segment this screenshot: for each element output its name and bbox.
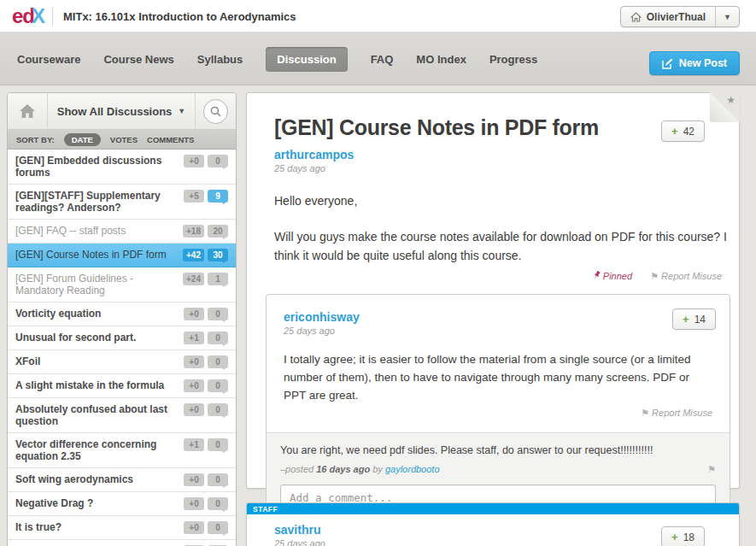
reply-inner: ericonhisway 25 days ago + 14 I totally … <box>267 295 730 432</box>
thread-badges: +18 20 <box>183 225 228 238</box>
user-menu-button[interactable]: OlivierThual ▼ <box>620 6 740 27</box>
vote-count-badge: +0 <box>184 155 204 167</box>
nav-tab-label: MO Index <box>416 53 466 66</box>
reply-author-link[interactable]: ericonhisway <box>284 310 712 324</box>
reply-vote-button[interactable]: + 14 <box>672 308 716 330</box>
reply-actions: ⚑ Report Misuse <box>284 408 712 419</box>
reply-card: ericonhisway 25 days ago + 14 I totally … <box>266 294 730 528</box>
vote-count-badge: +42 <box>183 249 204 261</box>
comment-count-badge: 0 <box>208 438 228 451</box>
thread-list-item[interactable]: Vorticity equation +0 0 <box>8 302 236 326</box>
nav-tab[interactable]: MO Index <box>416 53 466 66</box>
post-vote-button[interactable]: + 42 <box>661 120 705 142</box>
top-header: edX MITx: 16.101x Introduction to Aerody… <box>0 0 756 32</box>
sort-option-comments[interactable]: COMMENTS <box>147 135 194 144</box>
staff-vote-button[interactable]: + 18 <box>661 526 705 546</box>
comment-count-badge: 0 <box>208 403 228 416</box>
plus-icon: + <box>671 125 678 138</box>
comment-count-badge: 9 <box>208 190 228 203</box>
report-misuse-button[interactable]: ⚑ Report Misuse <box>641 408 712 418</box>
staff-author-link[interactable]: savithru <box>274 523 705 537</box>
thread-list-item[interactable]: I have a query [STAFF] +0 0 <box>8 540 236 546</box>
new-post-button[interactable]: New Post <box>649 51 740 75</box>
new-post-label: New Post <box>679 57 727 69</box>
plus-icon: + <box>683 313 689 326</box>
course-title: MITx: 16.101x Introduction to Aerodynami… <box>63 10 296 23</box>
vote-count-badge: +0 <box>184 403 204 416</box>
staff-post-header: savithru 25 days ago + 18 <box>247 514 739 546</box>
search-button[interactable] <box>195 93 236 129</box>
thread-list-item[interactable]: [GEN] Forum Guidelines - Mandatory Readi… <box>8 267 236 302</box>
sort-option-date[interactable]: DATE <box>64 133 101 146</box>
thread-list: [GEN] Embedded discussions forums +0 0 [… <box>8 150 236 546</box>
edx-logo[interactable]: edX <box>12 4 44 28</box>
pin-icon <box>592 271 601 281</box>
comment-by-word: by <box>370 464 385 474</box>
thread-list-item[interactable]: [GEN][STAFF] Supplementary readings? And… <box>8 185 236 220</box>
nav-tab[interactable]: FAQ <box>371 53 394 66</box>
thread-title: Vorticity equation <box>15 308 179 320</box>
sort-option-votes[interactable]: VOTES <box>110 135 138 144</box>
comment-count-badge: 30 <box>208 249 228 261</box>
thread-list-item[interactable]: XFoil +0 0 <box>8 350 236 374</box>
search-circle <box>203 99 228 124</box>
staff-timestamp: 25 days ago <box>274 538 705 546</box>
nav-tab[interactable]: Discussion <box>266 47 347 72</box>
post-author-link[interactable]: arthurcampos <box>274 148 705 161</box>
forum-home-button[interactable] <box>8 93 48 129</box>
vote-count-badge: +24 <box>183 273 204 285</box>
thread-list-item[interactable]: It is true? +0 0 <box>8 516 236 540</box>
comment-count-badge: 20 <box>208 225 228 238</box>
comment-count-badge: 0 <box>208 521 228 534</box>
thread-list-item[interactable]: [GEN] FAQ -- staff posts +18 20 <box>8 220 236 244</box>
vote-count-badge: +1 <box>184 438 204 451</box>
comment-count-badge: 1 <box>208 273 228 285</box>
edx-logo-x: X <box>32 4 44 27</box>
nav-tab-label: Discussion <box>277 53 336 66</box>
thread-badges: +0 0 <box>184 403 228 416</box>
staff-banner-label: STAFF <box>247 505 278 514</box>
vote-count-badge: +0 <box>184 521 204 534</box>
vote-count-badge: +0 <box>184 473 204 486</box>
post-body: Hello everyone, Will you guys make the c… <box>247 191 739 265</box>
header-divider <box>52 7 53 26</box>
nav-tab[interactable]: Progress <box>489 53 537 66</box>
thread-list-item[interactable]: A slight mistake in the formula +0 0 <box>8 374 236 398</box>
user-menu-caret[interactable]: ▼ <box>715 7 739 26</box>
staff-vote-count: 18 <box>683 531 694 543</box>
comment-byline: –posted 16 days ago by gaylordbooto ⚑ <box>280 464 716 474</box>
thread-title: Soft wing aerodynamics <box>15 473 179 485</box>
pinned-indicator: Pinned <box>592 271 635 281</box>
thread-list-item[interactable]: Vector difference concerning equation 2.… <box>8 433 236 468</box>
thread-list-item[interactable]: Unusual for second part. +1 0 <box>8 326 236 350</box>
vote-count-badge: +1 <box>184 332 204 344</box>
vote-count-badge: +0 <box>184 308 204 320</box>
comment-author-link[interactable]: gaylordbooto <box>385 464 440 474</box>
post-actions: Pinned ⚑ Report Misuse <box>247 271 739 282</box>
nav-tab[interactable]: Courseware <box>17 53 80 66</box>
reply-vote-count: 14 <box>694 314 706 326</box>
comment-time: 16 days ago <box>316 464 370 474</box>
thread-list-item[interactable]: Negative Drag ? +0 0 <box>8 492 236 516</box>
comment-posted-prefix: –posted <box>280 464 316 474</box>
caret-down-icon: ▼ <box>178 107 185 115</box>
comment-text: You are right, we need pdf slides. Pleas… <box>280 444 716 456</box>
nav-tab[interactable]: Course News <box>103 53 173 66</box>
thread-title: [GEN] Embedded discussions forums <box>15 155 179 179</box>
thread-badges: +0 0 <box>184 155 228 167</box>
discussion-sidebar: Show All Discussions ▼ SORT BY: DATE VOT… <box>7 92 237 546</box>
nav-tab[interactable]: Syllabus <box>197 53 243 66</box>
vote-count-badge: +0 <box>184 355 204 368</box>
thread-list-item[interactable]: [GEN] Course Notes in PDF form +42 30 <box>8 244 236 267</box>
flag-icon[interactable]: ⚑ <box>707 464 716 475</box>
thread-list-item[interactable]: Absolutely confused about last question … <box>8 398 236 433</box>
discussion-filter-dropdown[interactable]: Show All Discussions ▼ <box>48 93 195 129</box>
user-menu-main[interactable]: OlivierThual <box>621 7 715 26</box>
nav-tab-label: FAQ <box>371 53 394 66</box>
user-name: OlivierThual <box>647 11 706 23</box>
thread-list-item[interactable]: [GEN] Embedded discussions forums +0 0 <box>8 150 236 185</box>
thread-list-item[interactable]: Soft wing aerodynamics +0 0 <box>8 468 236 492</box>
vote-count-badge: +0 <box>184 497 204 510</box>
report-misuse-button[interactable]: ⚑ Report Misuse <box>650 271 722 281</box>
thread-title: A slight mistake in the formula <box>15 379 179 391</box>
